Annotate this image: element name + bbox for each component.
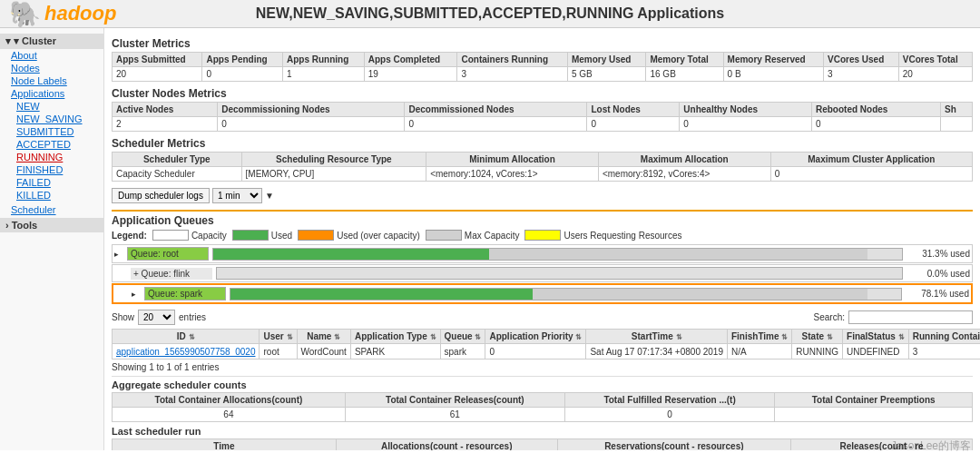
tools-section-header[interactable]: › Tools — [0, 218, 103, 232]
sidebar-item-applications[interactable]: Applications — [0, 87, 103, 100]
col-finalstatus[interactable]: FinalStatus ⇅ — [843, 330, 909, 344]
col-priority[interactable]: Application Priority ⇅ — [485, 330, 586, 344]
queue-spark-bar — [230, 288, 902, 300]
col-rebooted-nodes: Rebooted Nodes — [811, 103, 940, 117]
cluster-section-header[interactable]: ▾ ▾ Cluster — [0, 34, 103, 49]
col-max-alloc: Maximum Allocation — [598, 153, 770, 167]
last-run-header: Last scheduler run — [112, 426, 973, 437]
dump-interval-select[interactable]: 1 min 5 min 30 min — [212, 188, 262, 203]
val-apps-pending: 0 — [202, 67, 283, 82]
col-apps-completed: Apps Completed — [364, 53, 457, 67]
over-capacity-box — [298, 230, 334, 241]
cell-finishtime: N/A — [727, 344, 791, 360]
col-finishtime[interactable]: FinishTime ⇅ — [727, 330, 791, 344]
sidebar-item-killed[interactable]: KILLED — [0, 189, 103, 202]
col-apps-submitted: Apps Submitted — [113, 53, 202, 67]
col-min-alloc: Minimum Allocation — [426, 153, 599, 167]
max-capacity-label: Max Capacity — [465, 231, 520, 241]
sidebar-item-nodelabels[interactable]: Node Labels — [0, 74, 103, 87]
legend-capacity: Capacity — [152, 230, 227, 241]
cluster-section: ▾ ▾ Cluster About Nodes Node Labels Appl… — [0, 34, 103, 202]
sidebar-item-nodes[interactable]: Nodes — [0, 62, 103, 74]
aggregate-header: Aggregate scheduler counts — [112, 379, 973, 390]
used-label: Used — [271, 231, 292, 241]
col-containers-running: Containers Running — [457, 53, 567, 67]
queue-flink-label[interactable]: + Queue: flink — [131, 268, 212, 280]
sidebar-item-newsaving[interactable]: NEW_SAVING — [0, 113, 103, 125]
max-capacity-box — [426, 230, 462, 241]
col-queue[interactable]: Queue ⇅ — [440, 330, 485, 344]
scheduler-metrics-table: Scheduler Type Scheduling Resource Type … — [112, 152, 973, 182]
dump-scheduler-logs-button[interactable]: Dump scheduler logs — [112, 188, 210, 203]
col-user[interactable]: User ⇅ — [260, 330, 297, 344]
val-memory-used: 5 GB — [567, 67, 646, 82]
last-run-table: Time Allocations(count - resources) Rese… — [112, 438, 973, 450]
show-entries-right: Search: — [814, 310, 973, 324]
sidebar-item-about[interactable]: About — [0, 49, 103, 62]
col-apps-pending: Apps Pending — [202, 53, 283, 67]
queue-spark-label[interactable]: Queue: spark — [144, 287, 226, 300]
col-name[interactable]: Name ⇅ — [297, 330, 350, 344]
tools-section: › Tools — [0, 218, 103, 232]
queue-root-bar — [212, 248, 903, 261]
legend-users-requesting: Users Requesting Resources — [524, 230, 681, 241]
used-box — [232, 230, 269, 241]
col-memory-total: Memory Total — [646, 53, 723, 67]
page-header: 🐘 hadoop NEW,NEW_SAVING,SUBMITTED,ACCEPT… — [0, 0, 980, 28]
cell-name: WordCount — [297, 344, 350, 360]
legend: Legend: Capacity Used Used (over capacit… — [112, 230, 973, 241]
nodes-metrics-table: Active Nodes Decommissioning Nodes Decom… — [112, 102, 973, 132]
col-state[interactable]: State ⇅ — [792, 330, 843, 344]
finishtime-sort-icon: ⇅ — [781, 333, 788, 341]
val-max-alloc: <memory:8192, vCores:4> — [598, 167, 770, 182]
name-sort-icon: ⇅ — [334, 333, 340, 341]
val-memory-reserved: 0 B — [723, 67, 823, 82]
tools-label: › Tools — [5, 220, 37, 231]
last-run-section: Last scheduler run Time Allocations(coun… — [112, 426, 973, 450]
queue-sort-icon: ⇅ — [475, 333, 481, 341]
sidebar-item-finished[interactable]: FINISHED — [0, 163, 103, 176]
apptype-sort-icon: ⇅ — [430, 333, 436, 341]
val-total-fulfilled: 0 — [564, 408, 774, 422]
queue-root-label[interactable]: Queue: root — [127, 247, 209, 261]
sidebar-item-accepted[interactable]: ACCEPTED — [0, 138, 103, 151]
app-id-link[interactable]: application_1565990507758_0020 — [116, 347, 255, 357]
col-vcores-total: VCores Total — [898, 53, 972, 67]
cell-finalstatus: UNDEFINED — [843, 344, 909, 360]
col-starttime[interactable]: StartTime ⇅ — [586, 330, 728, 344]
val-containers-running: 3 — [457, 67, 567, 82]
val-sched-resource-type: [MEMORY, CPU] — [241, 167, 426, 182]
val-lost-nodes: 0 — [587, 117, 680, 132]
legend-over-capacity: Used (over capacity) — [298, 230, 420, 241]
show-label: Show — [112, 312, 134, 322]
col-sched-type: Scheduler Type — [113, 153, 242, 167]
priority-sort-icon: ⇅ — [575, 333, 582, 341]
showing-entries-text: Showing 1 to 1 of 1 entries — [112, 362, 973, 372]
col-memory-reserved: Memory Reserved — [723, 53, 823, 67]
queue-flink-bar — [216, 267, 903, 280]
logo: 🐘 hadoop — [9, 0, 116, 29]
col-running-containers[interactable]: Running Containers ⇅ — [908, 330, 980, 344]
queue-spark-usage: 78.1% used — [906, 289, 969, 299]
nodes-metrics-header: Cluster Nodes Metrics — [112, 87, 973, 100]
col-vcores-used: VCores Used — [824, 53, 899, 67]
col-lost-nodes: Lost Nodes — [587, 103, 680, 117]
aggregate-table: Total Container Allocations(count) Total… — [112, 392, 973, 422]
queue-spark-fill — [230, 289, 533, 300]
col-app-type[interactable]: Application Type ⇅ — [350, 330, 440, 344]
col-id[interactable]: ID ⇅ — [113, 330, 260, 344]
queue-spark-toggle[interactable]: ▸ — [132, 290, 144, 299]
sidebar-item-new[interactable]: NEW — [0, 100, 103, 113]
sidebar-item-submitted[interactable]: SUBMITTED — [0, 125, 103, 138]
sidebar-item-failed[interactable]: FAILED — [0, 176, 103, 189]
sidebar-item-scheduler[interactable]: Scheduler — [0, 203, 103, 216]
search-input[interactable] — [848, 310, 973, 324]
users-requesting-label: Users Requesting Resources — [564, 231, 681, 241]
capacity-box — [152, 230, 189, 241]
queue-spark-capacity — [533, 289, 868, 300]
dump-arrow-icon: ▼ — [265, 191, 274, 201]
entries-count-select[interactable]: 20 50 100 — [138, 310, 175, 325]
val-memory-total: 16 GB — [646, 67, 723, 82]
queue-root-toggle[interactable]: ▸ — [114, 250, 127, 259]
sidebar-item-running[interactable]: RUNNING — [0, 151, 103, 163]
